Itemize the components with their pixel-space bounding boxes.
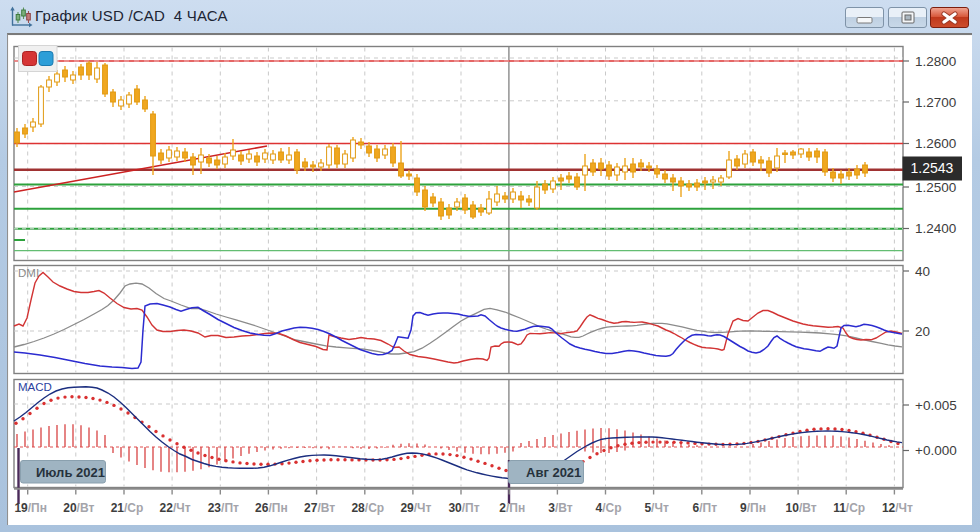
svg-text:4/Ср: 4/Ср xyxy=(595,501,621,515)
svg-text:40: 40 xyxy=(915,264,930,279)
svg-text:Авг 2021: Авг 2021 xyxy=(526,465,581,480)
svg-text:11/Ср: 11/Ср xyxy=(833,501,865,515)
svg-text:1.2543: 1.2543 xyxy=(911,160,954,176)
svg-text:12/Чт: 12/Чт xyxy=(882,501,913,515)
svg-text:Июль 2021: Июль 2021 xyxy=(36,465,105,480)
svg-text:30/Пт: 30/Пт xyxy=(448,501,479,515)
svg-text:27/Вт: 27/Вт xyxy=(304,501,335,515)
svg-text:1.2600: 1.2600 xyxy=(915,136,956,151)
svg-text:6/Пт: 6/Пт xyxy=(693,501,718,515)
svg-text:22/Чт: 22/Чт xyxy=(160,501,191,515)
svg-text:+0.000: +0.000 xyxy=(915,443,957,458)
svg-text:2/Пн: 2/Пн xyxy=(499,501,525,515)
svg-text:19/Пн: 19/Пн xyxy=(14,501,47,515)
svg-text:28/Ср: 28/Ср xyxy=(351,501,384,515)
svg-text:1.2500: 1.2500 xyxy=(915,180,956,195)
svg-text:5/Чт: 5/Чт xyxy=(644,501,668,515)
svg-text:20: 20 xyxy=(915,324,930,339)
svg-text:20/Вт: 20/Вт xyxy=(63,501,94,515)
svg-text:10/Вт: 10/Вт xyxy=(786,501,817,515)
svg-text:1.2400: 1.2400 xyxy=(915,221,956,236)
svg-text:21/Ср: 21/Ср xyxy=(111,501,144,515)
svg-text:DMI: DMI xyxy=(18,267,39,279)
svg-text:1.2800: 1.2800 xyxy=(915,54,956,69)
svg-text:23/Пт: 23/Пт xyxy=(208,501,239,515)
svg-text:29/Чт: 29/Чт xyxy=(400,501,431,515)
svg-text:9/Пн: 9/Пн xyxy=(740,501,766,515)
svg-text:3/Вт: 3/Вт xyxy=(548,501,573,515)
svg-text:+0.005: +0.005 xyxy=(915,398,957,413)
svg-text:1.2700: 1.2700 xyxy=(915,95,956,110)
svg-text:MACD: MACD xyxy=(18,381,52,393)
svg-text:26/Пн: 26/Пн xyxy=(255,501,288,515)
